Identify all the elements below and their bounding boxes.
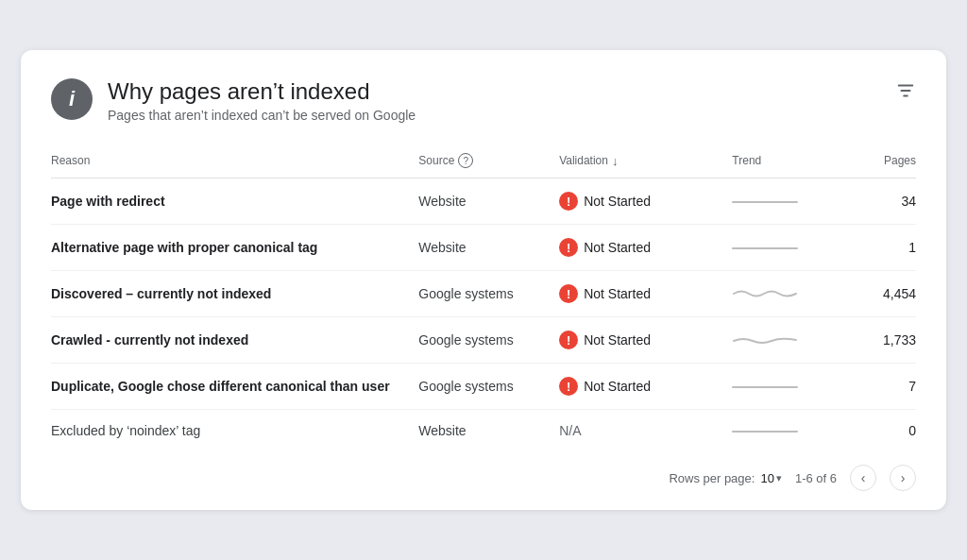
exclaim-icon: ! xyxy=(559,331,578,349)
cell-source: Google systems xyxy=(418,317,559,364)
exclaim-icon: ! xyxy=(559,238,578,257)
page-title: Why pages aren’t indexed xyxy=(108,76,416,106)
svg-rect-0 xyxy=(898,84,914,86)
cell-reason: Discovered – currently not indexed xyxy=(51,271,418,317)
info-icon-circle: i xyxy=(51,78,93,120)
cell-trend xyxy=(732,178,851,225)
rows-per-page-value: 10 xyxy=(760,471,773,485)
cell-pages: 34 xyxy=(851,178,916,225)
table-footer: Rows per page: 10 ▾ 1-6 of 6 ‹ › xyxy=(51,465,916,491)
main-card: i Why pages aren’t indexed Pages that ar… xyxy=(21,50,946,510)
validation-na: N/A xyxy=(559,423,581,438)
validation-badge: ! Not Started xyxy=(559,377,651,396)
table-row: Duplicate, Google chose different canoni… xyxy=(51,364,916,410)
validation-badge: ! Not Started xyxy=(559,284,651,303)
trend-flat-line xyxy=(732,386,798,388)
source-help-icon[interactable]: ? xyxy=(458,153,473,168)
cell-pages: 0 xyxy=(851,410,916,452)
table-row: Discovered – currently not indexedGoogle… xyxy=(51,271,916,317)
exclaim-icon: ! xyxy=(559,377,578,396)
trend-wavy-line xyxy=(732,287,798,300)
validation-status: Not Started xyxy=(584,332,651,348)
cell-pages: 1 xyxy=(851,225,916,271)
dropdown-chevron-icon: ▾ xyxy=(776,472,782,484)
table-row: Alternative page with proper canonical t… xyxy=(51,225,916,271)
cell-reason: Duplicate, Google chose different canoni… xyxy=(51,364,418,410)
rows-per-page-label: Rows per page: xyxy=(669,471,755,485)
trend-flat-line xyxy=(732,247,798,249)
validation-badge: ! Not Started xyxy=(559,238,651,257)
cell-reason: Page with redirect xyxy=(51,178,418,225)
cell-validation: ! Not Started xyxy=(559,178,732,225)
info-icon: i xyxy=(69,89,75,110)
header-left: i Why pages aren’t indexed Pages that ar… xyxy=(51,76,416,123)
col-source: Source ? xyxy=(418,145,559,178)
cell-validation: ! Not Started xyxy=(559,317,732,364)
cell-source: Google systems xyxy=(418,364,559,410)
cell-reason: Crawled - currently not indexed xyxy=(51,317,418,364)
rows-per-page-dropdown[interactable]: 10 ▾ xyxy=(760,471,781,485)
header-text: Why pages aren’t indexed Pages that aren… xyxy=(108,76,416,123)
trend-wavy2-line xyxy=(732,333,798,347)
filter-icon[interactable] xyxy=(895,80,916,107)
cell-pages: 1,733 xyxy=(851,317,916,364)
validation-badge: ! Not Started xyxy=(559,192,651,211)
cell-trend xyxy=(732,410,851,452)
page-subtitle: Pages that aren’t indexed can’t be serve… xyxy=(108,108,416,123)
svg-rect-2 xyxy=(903,94,908,96)
trend-flat-line xyxy=(732,201,798,203)
table-row: Excluded by ‘noindex’ tagWebsiteN/A0 xyxy=(51,410,916,452)
cell-source: Google systems xyxy=(418,271,559,317)
col-validation[interactable]: Validation ↓ xyxy=(559,145,732,178)
exclaim-icon: ! xyxy=(559,284,578,303)
cell-validation: ! Not Started xyxy=(559,364,732,410)
page-info: 1-6 of 6 xyxy=(795,471,837,485)
cell-pages: 7 xyxy=(851,364,916,410)
cell-trend xyxy=(732,364,851,410)
cell-validation: ! Not Started xyxy=(559,271,732,317)
cell-trend xyxy=(732,317,851,364)
cell-validation: ! Not Started xyxy=(559,225,732,271)
exclaim-icon: ! xyxy=(559,192,578,211)
sort-arrow-icon: ↓ xyxy=(612,154,619,168)
svg-rect-1 xyxy=(901,90,911,92)
validation-status: Not Started xyxy=(584,379,651,394)
col-reason: Reason xyxy=(51,145,418,178)
next-page-button[interactable]: › xyxy=(890,465,916,491)
table-row: Page with redirectWebsite ! Not Started … xyxy=(51,178,916,225)
trend-flat-line xyxy=(732,431,798,433)
cell-reason: Excluded by ‘noindex’ tag xyxy=(51,410,418,452)
cell-source: Website xyxy=(418,410,559,452)
prev-page-button[interactable]: ‹ xyxy=(850,465,876,491)
cell-source: Website xyxy=(418,225,559,271)
data-table: Reason Source ? Validation ↓ Trend xyxy=(51,145,916,451)
cell-pages: 4,454 xyxy=(851,271,916,317)
cell-trend xyxy=(732,225,851,271)
col-trend: Trend xyxy=(732,145,851,178)
rows-per-page-section: Rows per page: 10 ▾ xyxy=(669,471,782,485)
table-row: Crawled - currently not indexedGoogle sy… xyxy=(51,317,916,364)
validation-status: Not Started xyxy=(584,286,651,301)
cell-source: Website xyxy=(418,178,559,225)
validation-status: Not Started xyxy=(584,240,651,255)
cell-trend xyxy=(732,271,851,317)
table-header-row: Reason Source ? Validation ↓ Trend xyxy=(51,145,916,178)
col-pages: Pages xyxy=(851,145,916,178)
validation-badge: ! Not Started xyxy=(559,331,651,349)
validation-status: Not Started xyxy=(584,194,651,209)
card-header: i Why pages aren’t indexed Pages that ar… xyxy=(51,76,916,123)
cell-validation: N/A xyxy=(559,410,732,452)
cell-reason: Alternative page with proper canonical t… xyxy=(51,225,418,271)
